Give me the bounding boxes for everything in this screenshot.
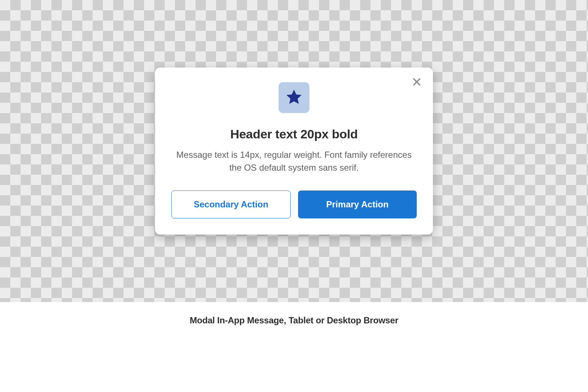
modal-message: Message text is 14px, regular weight. Fo…	[171, 149, 417, 174]
star-icon	[285, 88, 303, 108]
transparency-background: Header text 20px bold Message text is 14…	[0, 0, 588, 302]
modal-dialog: Header text 20px bold Message text is 14…	[155, 68, 433, 235]
modal-button-row: Secondary Action Primary Action	[171, 190, 417, 218]
figure-caption: Modal In-App Message, Tablet or Desktop …	[0, 315, 588, 326]
primary-action-button[interactable]: Primary Action	[298, 190, 417, 218]
modal-header: Header text 20px bold	[171, 127, 417, 141]
modal-icon-tile	[279, 82, 309, 113]
close-button[interactable]	[410, 76, 423, 89]
caption-area: Modal In-App Message, Tablet or Desktop …	[0, 302, 588, 326]
secondary-action-button[interactable]: Secondary Action	[171, 190, 291, 218]
close-icon	[412, 77, 422, 88]
